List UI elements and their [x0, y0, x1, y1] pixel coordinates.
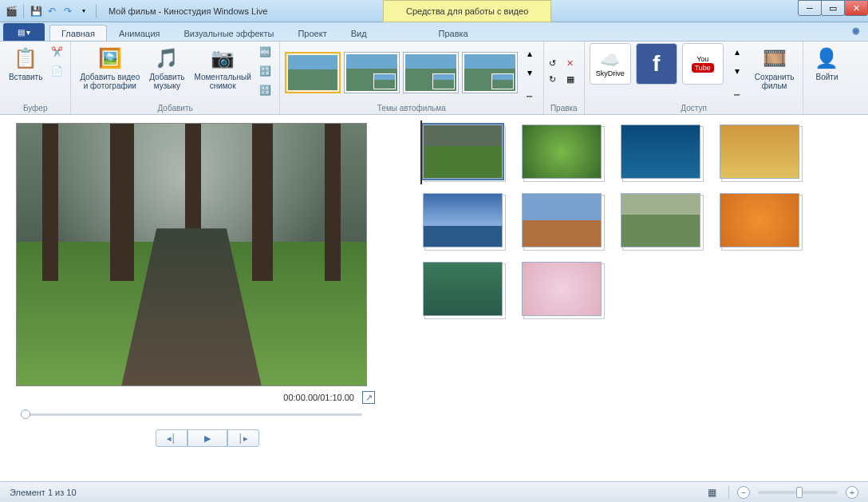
user-icon: 👤 — [814, 45, 839, 71]
clip-item[interactable] — [423, 262, 503, 316]
skydrive-icon: ☁️ — [600, 50, 620, 69]
add-credits-button[interactable]: 🔠 — [257, 81, 274, 99]
youtube-logo-tube: Tube — [692, 63, 714, 73]
clip-item[interactable] — [522, 193, 602, 247]
playback-slider[interactable] — [16, 407, 367, 421]
gallery-up-button[interactable]: ▴ — [521, 45, 539, 62]
window-controls: ─ ▭ ✕ — [799, 0, 868, 16]
zoom-out-button[interactable]: − — [737, 486, 750, 499]
film-reel-icon: 🎞️ — [762, 45, 787, 71]
quick-access-toolbar: 🎬 💾 ↶ ↷ ▾ — [0, 4, 104, 18]
save-icon[interactable]: 💾 — [30, 5, 42, 18]
rotate-left-icon[interactable]: ↺ — [549, 58, 562, 71]
file-menu-icon: ▤ ▾ — [18, 28, 31, 37]
clip-grid — [423, 125, 852, 316]
zoom-in-button[interactable]: + — [846, 486, 858, 499]
share-more-button[interactable]: ⎯ — [728, 81, 746, 99]
clip-item[interactable] — [621, 125, 700, 179]
share-up-button[interactable]: ▴ — [728, 43, 746, 61]
tab-project[interactable]: Проект — [286, 25, 338, 41]
app-icon[interactable]: 🎬 — [5, 5, 18, 18]
window-title: Мой фильм - Киностудия Windows Live — [108, 6, 267, 16]
qat-dropdown-icon[interactable]: ▾ — [77, 5, 90, 18]
help-icon[interactable]: ◉ — [852, 26, 860, 36]
prev-frame-button[interactable]: ◂│ — [156, 429, 187, 447]
zoom-slider[interactable] — [758, 491, 838, 494]
ribbon-tabs: ▤ ▾ Главная Анимация Визуальные эффекты … — [0, 22, 868, 42]
title-bar: 🎬 💾 ↶ ↷ ▾ Мой фильм - Киностудия Windows… — [0, 0, 868, 22]
storyboard-panel — [407, 115, 868, 478]
youtube-icon: You — [696, 55, 708, 63]
paste-button[interactable]: 📋 Вставить — [5, 43, 46, 84]
gallery-more-button[interactable]: ⎯ — [521, 83, 539, 101]
file-menu-button[interactable]: ▤ ▾ — [3, 23, 45, 41]
facebook-button[interactable]: f — [636, 43, 677, 85]
video-preview[interactable] — [16, 123, 367, 386]
add-video-button[interactable]: 🖼️ Добавить видео и фотографии — [76, 43, 144, 93]
clip-item[interactable] — [720, 193, 799, 247]
camera-icon: 📷 — [210, 45, 235, 71]
undo-icon[interactable]: ↶ — [45, 5, 58, 18]
clipboard-icon: 📋 — [13, 45, 38, 71]
music-icon: 🎵 — [154, 45, 180, 71]
ribbon-group-add: 🖼️ Добавить видео и фотографии 🎵 Добавит… — [71, 42, 279, 114]
youtube-button[interactable]: You YouTube Tube — [682, 43, 724, 85]
preview-panel: 00:00.00/01:10.00 ↗ ◂│ ▶ │▸ — [0, 115, 407, 478]
contextual-tab-label: Средства для работы с видео — [383, 0, 551, 22]
share-down-button[interactable]: ▾ — [728, 62, 746, 80]
theme-item-4[interactable] — [462, 52, 518, 93]
close-button[interactable]: ✕ — [844, 0, 868, 16]
fullscreen-icon[interactable]: ↗ — [362, 391, 375, 404]
clip-item[interactable] — [423, 193, 503, 247]
gallery-down-button[interactable]: ▾ — [521, 64, 539, 81]
add-title-button[interactable]: 🔤 — [257, 43, 274, 61]
delete-icon[interactable]: ✕ — [566, 58, 579, 71]
ribbon: 📋 Вставить ✂️ 📄 Буфер 🖼️ Добавить видео … — [0, 42, 868, 115]
skydrive-button[interactable]: ☁️ SkyDrive — [590, 43, 631, 85]
timecode: 00:00.00/01:10.00 — [283, 393, 354, 402]
tab-view[interactable]: Вид — [339, 25, 379, 41]
tab-effects[interactable]: Визуальные эффекты — [172, 25, 286, 41]
playback-controls: ◂│ ▶ │▸ — [16, 429, 399, 447]
redo-icon[interactable]: ↷ — [61, 5, 74, 18]
minimize-button[interactable]: ─ — [798, 0, 822, 16]
copy-button[interactable]: 📄 — [48, 62, 65, 80]
view-toggle-button[interactable]: ▦ — [703, 484, 720, 501]
ribbon-group-share: ☁️ SkyDrive f You YouTube Tube ▴ ▾ ⎯ 🎞️ … — [585, 42, 804, 114]
tab-animation[interactable]: Анимация — [107, 25, 172, 41]
next-frame-button[interactable]: │▸ — [227, 429, 259, 447]
clip-item[interactable] — [522, 262, 602, 316]
tab-edit[interactable]: Правка — [427, 25, 480, 41]
zoom-thumb[interactable] — [796, 487, 803, 498]
main-area: 00:00.00/01:10.00 ↗ ◂│ ▶ │▸ — [0, 115, 868, 478]
playback-thumb[interactable] — [21, 409, 30, 419]
add-caption-button[interactable]: 🔡 — [257, 62, 274, 80]
clip-item[interactable] — [621, 193, 700, 247]
ribbon-group-themes: ▴ ▾ ⎯ Темы автофильма — [280, 42, 544, 114]
status-element-count: Элемент 1 из 10 — [10, 488, 77, 497]
tab-main[interactable]: Главная — [49, 25, 107, 41]
theme-item-3[interactable] — [403, 52, 459, 93]
theme-item-1[interactable] — [285, 52, 341, 93]
clip-item[interactable] — [522, 125, 602, 179]
ribbon-group-buffer: 📋 Вставить ✂️ 📄 Буфер — [0, 42, 71, 114]
play-button[interactable]: ▶ — [187, 429, 227, 447]
ribbon-group-edit: ↺ ✕ ↻ ▦ Правка — [544, 42, 585, 114]
add-music-button[interactable]: 🎵 Добавить музыку — [145, 43, 188, 93]
clip-item[interactable] — [423, 125, 503, 179]
maximize-button[interactable]: ▭ — [821, 0, 845, 16]
signin-button[interactable]: 👤 Войти — [808, 43, 845, 84]
add-video-icon: 🖼️ — [97, 45, 123, 71]
ribbon-group-signin: 👤 Войти — [803, 42, 850, 114]
rotate-right-icon[interactable]: ↻ — [549, 74, 562, 87]
select-all-icon[interactable]: ▦ — [566, 74, 579, 87]
cut-button[interactable]: ✂️ — [48, 43, 65, 61]
snapshot-button[interactable]: 📷 Моментальный снимок — [190, 43, 254, 93]
status-bar: Элемент 1 из 10 ▦ − + — [0, 481, 868, 502]
playhead-marker[interactable] — [420, 121, 422, 184]
save-movie-button[interactable]: 🎞️ Сохранить фильм — [751, 43, 799, 93]
clip-item[interactable] — [720, 125, 799, 179]
theme-item-2[interactable] — [344, 52, 400, 93]
